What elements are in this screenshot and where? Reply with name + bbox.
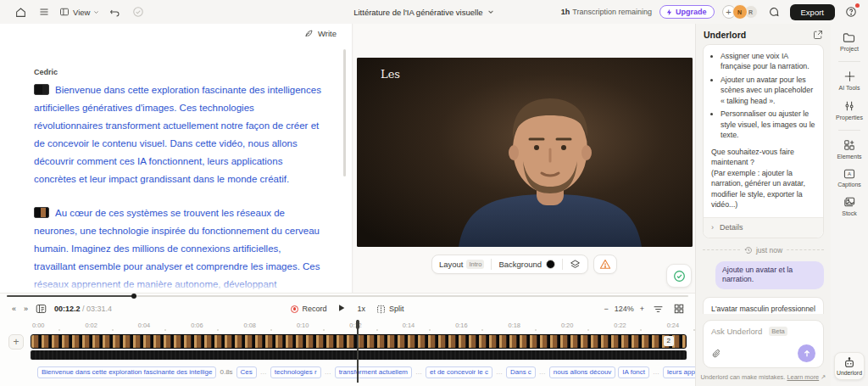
background-color-swatch[interactable] bbox=[546, 260, 555, 269]
layers-button[interactable] bbox=[570, 259, 581, 270]
paragraph-text[interactable]: Bienvenue dans cette exploration fascina… bbox=[34, 85, 321, 184]
transcript-chip[interactable]: … bbox=[324, 368, 332, 376]
transcript-chip[interactable]: leurs applica bbox=[663, 366, 695, 378]
zoom-out-button[interactable]: − bbox=[604, 305, 608, 313]
script-toggle-icon[interactable] bbox=[36, 304, 47, 314]
skip-back-button[interactable]: « bbox=[12, 305, 16, 313]
grid-plus-icon bbox=[843, 139, 855, 151]
check-circle-icon bbox=[130, 3, 147, 20]
menu-icon[interactable] bbox=[36, 3, 53, 20]
transcript-chip[interactable]: Bienvenue dans cette exploration fascina… bbox=[37, 366, 216, 378]
transcript-chip[interactable]: … bbox=[652, 368, 660, 376]
minimap-handle[interactable] bbox=[131, 294, 136, 299]
comments-icon[interactable] bbox=[765, 3, 782, 20]
assistant-bullet-list: Assigner une voix IA française pour la n… bbox=[711, 51, 815, 141]
transcript-chip[interactable]: transforment actuellem bbox=[335, 366, 412, 378]
playhead[interactable] bbox=[357, 320, 359, 383]
canvas-title-text[interactable]: Les bbox=[381, 68, 400, 81]
send-button[interactable] bbox=[798, 344, 815, 362]
topbar-left: View bbox=[7, 3, 287, 20]
minimap-progress bbox=[7, 295, 133, 297]
transcript-chip[interactable]: … bbox=[259, 368, 268, 376]
transcript-chip[interactable]: nous allons découv bbox=[549, 366, 616, 378]
scene-thumbnail-icon[interactable] bbox=[34, 84, 49, 95]
sliders-icon bbox=[843, 100, 855, 112]
scene-thumbnail-icon[interactable] bbox=[34, 207, 49, 218]
transcript-chip[interactable]: Ces bbox=[236, 366, 257, 378]
tab-elements[interactable]: Elements bbox=[837, 139, 861, 159]
transcript-chip[interactable]: … bbox=[415, 368, 423, 376]
transcript-chip[interactable]: technologies r bbox=[270, 366, 321, 378]
help-icon[interactable] bbox=[843, 3, 860, 20]
undo-icon[interactable] bbox=[106, 3, 123, 20]
tab-label: Stock bbox=[842, 210, 857, 216]
tab-label: Elements bbox=[837, 154, 861, 159]
zoom-level[interactable]: 124% bbox=[615, 305, 634, 313]
transcript-chip[interactable]: … bbox=[495, 368, 504, 376]
underlord-conversation[interactable]: Assigner une voix IA française pour la n… bbox=[696, 44, 831, 314]
speaker-label[interactable]: Cedric bbox=[34, 68, 323, 76]
layout-button[interactable]: Layout Intro bbox=[439, 260, 485, 269]
divider bbox=[491, 259, 492, 270]
split-button[interactable]: Split bbox=[376, 305, 404, 314]
add-track-button[interactable]: + bbox=[8, 334, 24, 350]
popout-icon[interactable] bbox=[813, 30, 823, 40]
audio-track[interactable] bbox=[31, 350, 687, 360]
descript-app: View Littérature de l'IA générative visu… bbox=[0, 0, 868, 386]
record-button[interactable]: Record bbox=[291, 305, 326, 313]
split-icon bbox=[376, 305, 386, 314]
tab-properties[interactable]: Properties bbox=[836, 100, 863, 120]
playback-speed-button[interactable]: 1x bbox=[357, 305, 365, 313]
transcript-chip[interactable]: Dans c bbox=[506, 366, 536, 378]
ruler-tick: 0:20 bbox=[561, 322, 614, 333]
underlord-panel: Underlord Assigner une voix IA française… bbox=[695, 24, 831, 386]
tab-underlord[interactable]: Underlord bbox=[834, 352, 865, 380]
transcript-chip[interactable]: et de concevoir le c bbox=[426, 366, 492, 378]
upgrade-button[interactable]: Upgrade bbox=[659, 5, 715, 19]
transcript-chip[interactable]: IA fonct bbox=[618, 366, 649, 378]
tab-label: Captions bbox=[837, 182, 861, 187]
transcript-chip[interactable]: … bbox=[538, 368, 547, 376]
video-canvas[interactable]: Les bbox=[357, 58, 693, 247]
background-button[interactable]: Background bbox=[498, 260, 555, 269]
tab-project[interactable]: Project bbox=[840, 32, 859, 52]
quota-hours: 1h bbox=[561, 8, 570, 16]
timeline-layout-button[interactable] bbox=[671, 302, 687, 316]
export-button[interactable]: Export bbox=[790, 4, 835, 20]
track-height-button[interactable] bbox=[650, 302, 665, 316]
video-track[interactable]: 2 bbox=[31, 334, 687, 349]
zoom-in-button[interactable]: + bbox=[640, 305, 644, 313]
project-title-menu[interactable]: Littérature de l'IA générative visuelle bbox=[353, 8, 493, 17]
script-scrollbar[interactable] bbox=[343, 49, 346, 176]
learn-more-link[interactable]: Learn more bbox=[787, 373, 819, 381]
write-button[interactable]: Write bbox=[304, 29, 337, 38]
view-menu-button[interactable]: View bbox=[59, 7, 99, 17]
play-button[interactable] bbox=[337, 304, 346, 314]
skip-forward-button[interactable]: » bbox=[24, 305, 28, 313]
home-icon[interactable] bbox=[12, 3, 29, 20]
ruler-tick: 0:14 bbox=[403, 322, 455, 333]
divider bbox=[838, 61, 860, 62]
tab-ai-tools[interactable]: AI Tools bbox=[839, 70, 860, 91]
script-paragraph[interactable]: Bienvenue dans cette exploration fascina… bbox=[34, 81, 323, 188]
timeline: « » 00:12.2 / 03:31.4 Record 1x bbox=[0, 293, 695, 386]
transcript-chip[interactable]: 0.8s bbox=[219, 368, 233, 376]
timeline-ruler[interactable]: 0:000:020:040:060:080:100:120:140:160:18… bbox=[0, 322, 695, 333]
topbar: View Littérature de l'IA générative visu… bbox=[0, 0, 868, 24]
sync-status-button[interactable] bbox=[666, 264, 692, 288]
attachment-icon[interactable] bbox=[711, 349, 721, 359]
layout-label: Layout bbox=[439, 260, 464, 269]
tab-stock[interactable]: Stock bbox=[842, 197, 857, 216]
ruler-tick: 0:00 bbox=[32, 322, 85, 333]
green-check-icon bbox=[673, 270, 686, 283]
details-toggle[interactable]: › Details bbox=[704, 217, 823, 238]
record-icon bbox=[291, 305, 298, 313]
tab-captions[interactable]: A Captions bbox=[837, 169, 861, 187]
avatar[interactable]: N bbox=[732, 4, 748, 20]
image-stack-icon bbox=[843, 197, 855, 208]
ask-underlord-input[interactable]: Ask Underlord Beta bbox=[703, 320, 824, 368]
warning-button[interactable] bbox=[593, 255, 617, 274]
timeline-minimap[interactable] bbox=[7, 295, 688, 297]
upgrade-label: Upgrade bbox=[676, 8, 707, 16]
script-body[interactable]: Cedric Bienvenue dans cette exploration … bbox=[34, 68, 323, 293]
